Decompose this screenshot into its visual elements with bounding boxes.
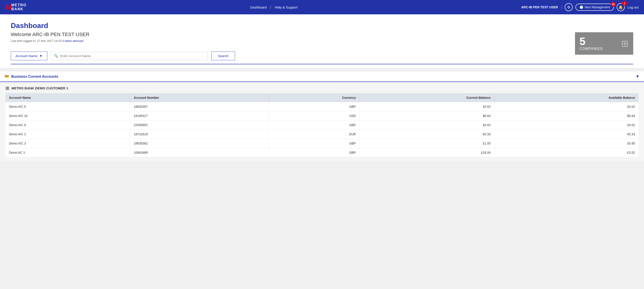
company-name: METRO BANK DEMO CUSTOMER 1 (12, 86, 68, 90)
cell-available-balance: €0.33 (494, 130, 638, 139)
cell-current-balance: £16.04 (360, 148, 494, 157)
section-chevron-down-icon: ▼ (636, 74, 640, 79)
bell-wrapper: 🔔 1 (617, 3, 625, 11)
section-label: Business Current Accounts (11, 74, 58, 79)
cell-account-name: Demo A/C 3 (6, 139, 130, 148)
companies-label: COMPANIES (580, 47, 603, 51)
table-row[interactable]: Demo A/C 2 18731819 EUR €0.33 €0.33 (6, 130, 638, 139)
search-button[interactable]: Search (211, 52, 235, 60)
col-currency: Currency (269, 93, 360, 102)
cell-current-balance: $0.64 (360, 111, 494, 120)
cell-account-number: 10843488 (130, 148, 269, 157)
page-title: Dashboard (11, 22, 633, 30)
clock-icon: 🕐 (580, 6, 583, 9)
item-management-badge: 39 (611, 2, 616, 7)
cell-current-balance: €0.33 (360, 130, 494, 139)
cell-currency: GBP (269, 102, 360, 111)
table-row[interactable]: Demo A/C 3 18630362 GBP £1.05 £0.95 (6, 139, 638, 148)
table-body: Demo A/C 5 18630397 GBP £0.02 £0.02 Demo… (6, 102, 638, 157)
cell-account-name: Demo A/C 5 (6, 102, 130, 111)
cell-account-name: Demo A/C 2 (6, 130, 130, 139)
item-management-button[interactable]: 🕐 Item Management 39 (576, 4, 614, 11)
header-nav: Dashboard | Help & Support (26, 5, 521, 9)
col-account-number: Account Number (130, 93, 269, 102)
companies-info: 5 COMPANIES (580, 36, 603, 51)
cell-available-balance: £3.52 (494, 148, 638, 157)
logo-text: METRO BANK (12, 3, 27, 11)
dashboard-title-section: Dashboard Welcome ARC-IB PEN TEST USER L… (11, 22, 633, 42)
cell-account-name: Demo A/C 10 (6, 111, 130, 120)
company-name-header: ▦ METRO BANK DEMO CUSTOMER 1 (6, 86, 638, 90)
table-row[interactable]: Demo A/C 5 18630397 GBP £0.02 £0.02 (6, 102, 638, 111)
failed-attempts: 0 failed attempts (62, 39, 84, 42)
building-icon: ▦ (6, 86, 9, 90)
accounts-section: 💳 Business Current Accounts ▼ ▦ METRO BA… (0, 68, 644, 164)
cell-currency: USD (269, 111, 360, 120)
col-account-name: Account Name (6, 93, 130, 102)
cell-account-number: 22590952 (130, 120, 269, 130)
logo[interactable]: M METRO BANK (6, 3, 26, 11)
header-user: ARC-IB PEN TEST USER (521, 6, 562, 9)
companies-count: 5 (580, 36, 603, 47)
col-available-balance: Available Balance (494, 93, 638, 102)
table-row[interactable]: Demo AC 1 10843488 GBP £16.04 £3.52 (6, 148, 638, 157)
table-row[interactable]: Demo A/C 8 22590952 GBP £0.02 £0.02 (6, 120, 638, 130)
accounts-table: Account Name Account Number Currency Cur… (6, 93, 638, 157)
cell-available-balance: $0.64 (494, 111, 638, 120)
grid-icon: ⊞ (621, 38, 629, 48)
search-input-wrapper: 🔍 (51, 52, 208, 60)
search-icon: 🔍 (54, 54, 58, 58)
cell-available-balance: £0.95 (494, 139, 638, 148)
cell-current-balance: £0.02 (360, 102, 494, 111)
credit-card-icon: 💳 (4, 74, 9, 79)
settings-button[interactable]: ⚙ (565, 3, 573, 11)
logo-bank: BANK (12, 7, 27, 11)
table-header: Account Name Account Number Currency Cur… (6, 93, 638, 102)
business-accounts-header[interactable]: 💳 Business Current Accounts ▼ (0, 72, 644, 82)
company-section: ▦ METRO BANK DEMO CUSTOMER 1 Account Nam… (0, 82, 644, 161)
account-name-dropdown[interactable]: Account Name ▼ (11, 52, 47, 60)
header: M METRO BANK Dashboard | Help & Support … (0, 0, 644, 14)
bell-badge: 1 (622, 1, 627, 6)
nav-help-support[interactable]: Help & Support (275, 6, 298, 9)
welcome-message: Welcome ARC-IB PEN TEST USER (11, 32, 633, 38)
col-current-balance: Current Balance (360, 93, 494, 102)
nav-divider: | (270, 5, 271, 9)
cell-account-name: Demo AC 1 (6, 148, 130, 157)
search-section: Account Name ▼ 🔍 Search (11, 48, 633, 64)
table-row[interactable]: Demo A/C 10 24195317 USD $0.64 $0.64 (6, 111, 638, 120)
cell-available-balance: £0.02 (494, 120, 638, 130)
header-right: ARC-IB PEN TEST USER ⚙ 🕐 Item Management… (521, 3, 638, 11)
cell-current-balance: £1.05 (360, 139, 494, 148)
item-management-label: Item Management (584, 6, 610, 9)
cell-account-number: 18630362 (130, 139, 269, 148)
cell-currency: EUR (269, 130, 360, 139)
logo-metro: METRO (12, 3, 27, 7)
cell-currency: GBP (269, 139, 360, 148)
companies-widget[interactable]: 5 COMPANIES ⊞ (575, 32, 633, 55)
cell-available-balance: £0.02 (494, 102, 638, 111)
cell-currency: GBP (269, 120, 360, 130)
cell-account-number: 18630397 (130, 102, 269, 111)
section-header-left: 💳 Business Current Accounts (4, 74, 58, 79)
chevron-down-icon: ▼ (39, 54, 42, 58)
top-area: Dashboard Welcome ARC-IB PEN TEST USER L… (0, 14, 644, 68)
last-login-text: Last time logged in: 17 Nov 2017 14:15 0… (11, 39, 633, 42)
cell-account-number: 24195317 (130, 111, 269, 120)
dropdown-label: Account Name (16, 54, 38, 58)
logo-m-icon: M (6, 4, 12, 11)
cell-current-balance: £0.02 (360, 120, 494, 130)
cell-currency: GBP (269, 148, 360, 157)
search-input[interactable] (60, 54, 205, 58)
nav-dashboard[interactable]: Dashboard (250, 6, 267, 9)
logout-button[interactable]: Log out (628, 6, 638, 9)
cell-account-number: 18731819 (130, 130, 269, 139)
cell-account-name: Demo A/C 8 (6, 120, 130, 130)
